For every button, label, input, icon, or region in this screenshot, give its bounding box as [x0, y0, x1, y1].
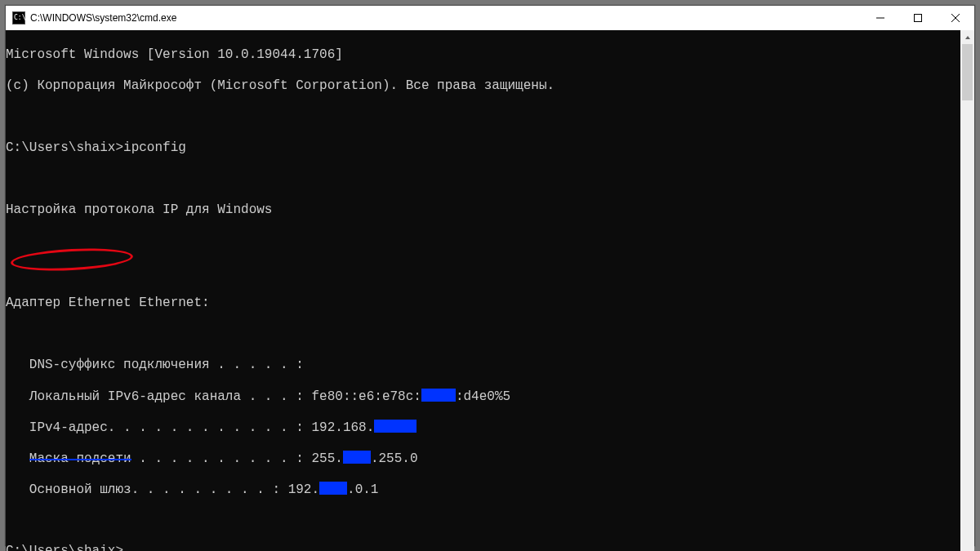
close-button[interactable]: [937, 6, 974, 30]
titlebar[interactable]: C:\WINDOWS\system32\cmd.exe: [6, 6, 974, 30]
censor-bar: [319, 482, 347, 495]
maximize-button[interactable]: [899, 6, 937, 30]
field-label: Локальный IPv6-адрес канала . . . :: [6, 389, 311, 404]
field-label: DNS-суффикс подключения . . . . . :: [6, 358, 304, 372]
field-value: .255.0: [371, 451, 418, 466]
field-value: 192.168.: [311, 420, 374, 435]
field-value: :d4e0%5: [456, 389, 510, 404]
svg-marker-4: [965, 36, 970, 39]
banner-line: Microsoft Windows [Version 10.0.19044.17…: [6, 47, 343, 62]
minimize-button[interactable]: [862, 6, 899, 30]
section-heading: Настройка протокола IP для Windows: [6, 202, 272, 217]
censor-bar: [343, 451, 371, 464]
svg-rect-1: [915, 15, 922, 22]
struck-text: Маска подсети: [29, 451, 131, 467]
field-value: fe80::e6:e78c:: [311, 389, 421, 404]
field-label: . . . . . . . . . . :: [131, 451, 312, 466]
cmd-icon: [12, 11, 25, 24]
scroll-up-button[interactable]: [960, 30, 974, 44]
field-label: [6, 451, 29, 466]
field-value: .0.1: [347, 482, 378, 497]
censor-bar: [374, 420, 416, 433]
command-text: ipconfig: [123, 140, 186, 155]
cmd-window: C:\WINDOWS\system32\cmd.exe Microsoft Wi…: [5, 5, 975, 546]
banner-line: (c) Корпорация Майкрософт (Microsoft Cor…: [6, 78, 555, 93]
scroll-thumb[interactable]: [962, 44, 973, 100]
prompt: C:\Users\shaix>: [6, 140, 123, 155]
field-value: 192.: [288, 482, 319, 497]
terminal-output[interactable]: Microsoft Windows [Version 10.0.19044.17…: [6, 30, 960, 551]
censor-bar: [421, 389, 456, 402]
scroll-track[interactable]: [960, 44, 974, 551]
field-label: Основной шлюз. . . . . . . . . :: [6, 482, 288, 497]
vertical-scrollbar[interactable]: [960, 30, 974, 551]
field-label: IPv4-адрес. . . . . . . . . . . . :: [6, 420, 311, 435]
window-title: C:\WINDOWS\system32\cmd.exe: [30, 12, 176, 24]
field-value: 255.: [311, 451, 342, 466]
prompt: C:\Users\shaix>: [6, 544, 123, 551]
adapter-heading: Адаптер Ethernet Ethernet:: [6, 295, 210, 310]
